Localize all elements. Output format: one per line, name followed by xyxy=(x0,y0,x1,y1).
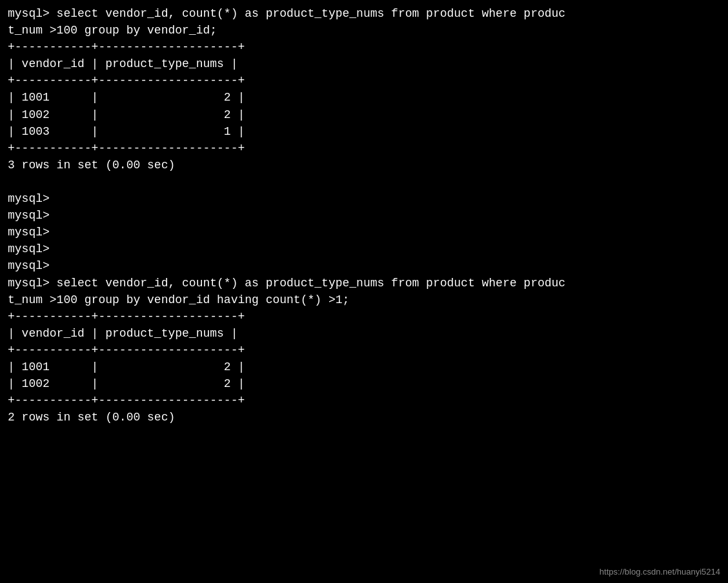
terminal-output: mysql> select vendor_id, count(*) as pro… xyxy=(8,5,720,426)
watermark: https://blog.csdn.net/huanyi5214 xyxy=(600,567,720,577)
